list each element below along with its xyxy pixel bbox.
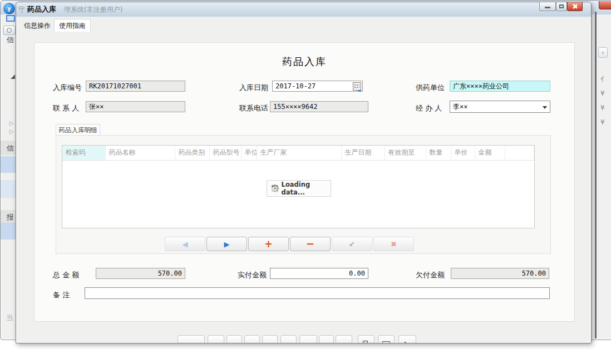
form-panel: 药品入库 入库编号 RK20171027001 入库日期 2017-10-27 … bbox=[34, 42, 575, 322]
bottom-toolbar-button[interactable] bbox=[319, 335, 334, 343]
bottom-toolbar-button[interactable] bbox=[208, 335, 224, 343]
spinner-icon bbox=[274, 187, 276, 190]
minus-icon: − bbox=[306, 239, 314, 249]
stock-date-value: 2017-10-27 bbox=[275, 82, 316, 90]
panel-divider bbox=[595, 12, 597, 338]
delete-row-button[interactable]: − bbox=[290, 237, 331, 251]
checkbox-icon bbox=[6, 15, 15, 22]
bottom-toolbar-button[interactable] bbox=[336, 335, 352, 343]
phone-label: 联系电话 bbox=[239, 103, 268, 113]
contact-field[interactable]: 张×× bbox=[86, 101, 185, 112]
handler-value: 李×× bbox=[453, 102, 467, 112]
minimize-button[interactable] bbox=[539, 2, 556, 11]
column-header[interactable]: 生产日期 bbox=[341, 146, 385, 160]
bottom-toolbar-button[interactable] bbox=[280, 335, 297, 343]
column-header[interactable]: 药品名称 bbox=[105, 146, 175, 160]
supplier-label: 供药单位 bbox=[416, 83, 445, 93]
run-button[interactable] bbox=[398, 335, 416, 343]
paste-button[interactable] bbox=[358, 335, 375, 343]
tab-user-guide[interactable]: 使用指南 bbox=[54, 19, 91, 32]
tab-info-operations[interactable]: 信息操作 bbox=[23, 19, 52, 32]
unpaid-amount-label: 欠付金额 bbox=[416, 270, 445, 280]
calendar-icon[interactable] bbox=[353, 82, 361, 91]
green-arrow-icon bbox=[405, 341, 408, 343]
prev-record-button[interactable]: ◀ bbox=[165, 237, 205, 251]
currency-symbol: ¥ bbox=[600, 104, 605, 112]
unpaid-amount-field[interactable]: 570.00 bbox=[451, 268, 549, 279]
column-header[interactable]: 有效期至 bbox=[385, 146, 426, 160]
background-title-fragment: 理系统(非注册用户) bbox=[64, 5, 122, 14]
toolbar-button[interactable] bbox=[3, 26, 16, 35]
bottom-toolbar-button[interactable] bbox=[244, 335, 260, 343]
app-logo-icon: y bbox=[3, 3, 15, 14]
stock-no-label: 入库编号 bbox=[53, 83, 82, 93]
screen: y 信 ▷ ▷ 信 报 当 › 亻 ¥ ¥ ¥ 守 药品入库 理系统(非注册用户… bbox=[0, 0, 611, 364]
loading-indicator: Loading data... bbox=[267, 180, 331, 197]
handler-combobox[interactable]: 李×× bbox=[450, 101, 550, 113]
column-header[interactable]: 药品型号 bbox=[209, 146, 241, 160]
dialog-window: 守 药品入库 理系统(非注册用户) 信息操作 使用指南 药品入库 入库编号 RK… bbox=[16, 2, 592, 343]
column-header[interactable]: 单位 bbox=[241, 146, 257, 160]
stock-no-field[interactable]: RK20171027001 bbox=[86, 81, 185, 92]
column-header[interactable]: 单价 bbox=[451, 146, 475, 160]
stock-date-label: 入库日期 bbox=[239, 83, 268, 93]
sidebar-item-label[interactable]: 报 bbox=[7, 212, 14, 222]
stock-date-field[interactable]: 2017-10-27 bbox=[272, 81, 363, 92]
column-header[interactable]: 检索码 bbox=[62, 146, 105, 160]
column-header[interactable]: 药品类别 bbox=[175, 146, 209, 160]
background-title-fragment: 守 bbox=[18, 5, 25, 14]
total-amount-field[interactable]: 570.00 bbox=[96, 268, 185, 279]
page-title: 药品入库 bbox=[35, 55, 574, 68]
monitor-icon bbox=[382, 341, 390, 343]
bottom-toolbar-button[interactable] bbox=[178, 335, 205, 343]
bottom-toolbar-button[interactable] bbox=[299, 335, 317, 343]
background-close-button[interactable] bbox=[599, 1, 611, 9]
maximize-button[interactable] bbox=[556, 2, 567, 11]
loading-text: Loading data... bbox=[282, 181, 331, 196]
cancel-button[interactable]: ✖ bbox=[373, 237, 414, 251]
detail-group-panel: 检索码 药品名称 药品类别 药品型号 单位 生产厂家 生产日期 有效期至 数量 … bbox=[56, 135, 551, 254]
supplier-field[interactable]: 广东××××药业公司 bbox=[450, 81, 550, 92]
currency-symbol: ¥ bbox=[600, 89, 605, 97]
sidebar-menu-item[interactable] bbox=[1, 180, 16, 198]
preview-button[interactable] bbox=[378, 335, 395, 343]
tree-arrow-icon[interactable]: ▷ bbox=[9, 128, 14, 134]
prev-arrow-icon: ◀ bbox=[183, 240, 188, 248]
check-icon: ✔ bbox=[349, 240, 355, 248]
currency-symbol: ¥ bbox=[600, 118, 605, 126]
next-record-button[interactable]: ▶ bbox=[206, 237, 247, 251]
add-row-button[interactable]: + bbox=[248, 237, 289, 251]
column-header-filler bbox=[505, 146, 534, 160]
column-header[interactable]: 数量 bbox=[426, 146, 451, 160]
cross-icon: ✖ bbox=[391, 240, 397, 248]
collapse-triangle-icon[interactable] bbox=[11, 74, 15, 79]
dialog-title: 药品入库 bbox=[27, 4, 56, 14]
paid-amount-label: 实付金额 bbox=[238, 270, 267, 280]
bottom-toolbar-button[interactable] bbox=[262, 335, 278, 343]
next-arrow-icon: ▶ bbox=[224, 240, 230, 248]
expand-button[interactable]: › bbox=[598, 47, 608, 58]
tab-stockin-detail[interactable]: 药品入库明细 bbox=[56, 124, 100, 136]
column-header[interactable]: 生产厂家 bbox=[257, 146, 341, 160]
bottom-toolbar-button[interactable] bbox=[226, 335, 242, 343]
paste-icon bbox=[363, 341, 368, 343]
sidebar-item-label[interactable]: 信 bbox=[7, 35, 14, 45]
confirm-button[interactable]: ✔ bbox=[332, 237, 372, 251]
search-icon bbox=[7, 28, 12, 33]
sidebar-item-label[interactable]: 信 bbox=[7, 143, 14, 153]
tree-arrow-icon[interactable]: ▷ bbox=[9, 120, 14, 126]
sidebar-menu-item[interactable] bbox=[1, 223, 16, 240]
plus-icon: + bbox=[264, 239, 273, 249]
chevron-down-icon[interactable] bbox=[543, 106, 547, 109]
phone-field[interactable]: 155××××9642 bbox=[270, 101, 368, 112]
table-header-row: 检索码 药品名称 药品类别 药品型号 单位 生产厂家 生产日期 有效期至 数量 … bbox=[62, 146, 534, 160]
paid-amount-input[interactable] bbox=[270, 268, 368, 279]
status-text: 当 bbox=[6, 313, 13, 323]
close-button[interactable] bbox=[567, 2, 583, 11]
remark-input[interactable] bbox=[85, 287, 550, 299]
clipped-text: 亻 bbox=[600, 74, 607, 84]
contact-label: 联 系 人 bbox=[53, 103, 79, 113]
maximize-icon bbox=[559, 4, 564, 8]
column-header[interactable]: 金额 bbox=[475, 146, 505, 160]
sidebar-menu-item[interactable] bbox=[1, 156, 16, 173]
